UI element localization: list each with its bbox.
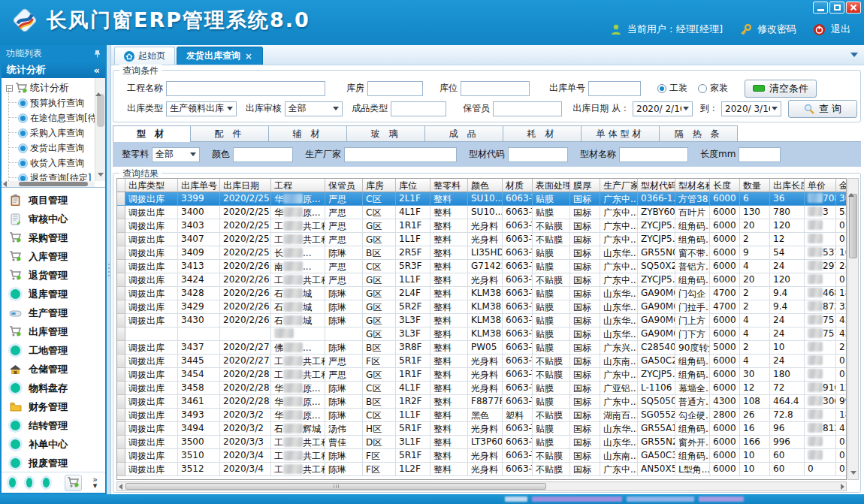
- sidebar-item-审核中心[interactable]: 审核中心: [2, 210, 105, 228]
- table-row[interactable]: G区3L3F整料KLM38176063-T5贴膜国标山东华...GA90M09.…: [117, 327, 846, 341]
- sidebar-item-财务管理[interactable]: 财务管理: [2, 397, 105, 416]
- row-header[interactable]: [117, 233, 125, 246]
- column-header[interactable]: 出库长度: [770, 179, 805, 192]
- maximize-button[interactable]: [829, 2, 844, 14]
- row-header[interactable]: [117, 327, 125, 341]
- row-header[interactable]: [117, 355, 125, 368]
- sidebar-item-工地管理[interactable]: 工地管理: [2, 341, 105, 360]
- tree-item[interactable]: 发货出库查询: [6, 140, 104, 155]
- table-row[interactable]: 调拨出库34032020/2/25工共工程严思G区1R1F整料光身料6063-T…: [117, 219, 846, 233]
- table-row[interactable]: 调拨出库34292020/2/26石城陈琳G区5R2F整料KLM38176063…: [117, 300, 846, 314]
- table-vertical-scrollbar[interactable]: [847, 178, 859, 480]
- tree-root[interactable]: − 统计分析: [6, 80, 104, 95]
- material-tab[interactable]: 辅 材: [269, 125, 347, 141]
- column-header[interactable]: 整零料: [430, 179, 468, 192]
- row-header[interactable]: [117, 260, 125, 273]
- quick-dot-button[interactable]: [26, 478, 33, 487]
- table-row[interactable]: 调拨出库35122020/3/4工共工程陈琳F区1L2F整料光身料6063-T5…: [117, 463, 846, 476]
- table-row[interactable]: 调拨出库34452020/2/27工共工程严思F区5R1F整料光身料6063-T…: [117, 355, 846, 368]
- row-header[interactable]: [117, 341, 125, 355]
- tab-close-icon[interactable]: ×: [244, 51, 253, 62]
- row-header[interactable]: [117, 192, 125, 206]
- table-horizontal-scrollbar[interactable]: [116, 481, 847, 491]
- date-to-select[interactable]: 2020/ 3/16: [721, 101, 781, 116]
- color-input[interactable]: [233, 147, 293, 162]
- quick-dot-button[interactable]: [43, 478, 50, 487]
- row-header[interactable]: [117, 246, 125, 260]
- material-tab[interactable]: 玻 璃: [347, 125, 425, 141]
- close-button[interactable]: [846, 2, 861, 14]
- table-row[interactable]: 调拨出库35102020/3/4工共工程陈琳F区5R1F整料光身料6063-T5…: [117, 449, 846, 463]
- column-header[interactable]: 膜厚: [570, 179, 600, 192]
- column-header[interactable]: 颜色: [468, 179, 503, 192]
- length-input[interactable]: [739, 147, 781, 162]
- column-header[interactable]: 库房: [363, 179, 396, 192]
- batch-select[interactable]: 全部: [152, 147, 200, 162]
- keeper-input[interactable]: [493, 101, 562, 116]
- table-row[interactable]: 调拨出库34932020/3/2华原...陈琳C区1L1F整料黑色塑料不贴膜国标…: [117, 409, 846, 422]
- factory-input[interactable]: [344, 147, 457, 162]
- table-row[interactable]: 调拨出库34942020/3/2石辉城汤伟H区5R1F整料光身料6063-T5贴…: [117, 422, 846, 436]
- table-row[interactable]: 调拨出库34302020/2/26石城陈琳G区3L3F整料KLM38176063…: [117, 314, 846, 327]
- column-header[interactable]: 长度: [710, 179, 740, 192]
- sidebar-item-生产管理[interactable]: 生产管理: [2, 303, 105, 322]
- table-row[interactable]: 调拨出库34612020/2/28华原...陈琳B区1R2F整料F8877FT6…: [117, 395, 846, 409]
- sidebar-item-补单中心[interactable]: 补单中心: [2, 435, 105, 454]
- column-header[interactable]: 出库日期: [220, 179, 271, 192]
- table-row[interactable]: 调拨出库34372020/2/27佛...陈琳B区3R8F整料PW056063-…: [117, 341, 846, 355]
- table-row[interactable]: 调拨出库34092020/2/25长...陈琳B区2R5F整料LI35HD606…: [117, 246, 846, 260]
- tree-vertical-scrollbar[interactable]: [95, 78, 105, 181]
- sidebar-item-退货管理[interactable]: 退货管理: [2, 266, 105, 285]
- tree-item[interactable]: 在途信息查询[待: [6, 110, 104, 125]
- tree-item[interactable]: 采购入库查询: [6, 125, 104, 140]
- table-row[interactable]: 调拨出库34072020/2/25工共工程严思G区1L1F整料光身料6063-T…: [117, 233, 846, 246]
- radio-home[interactable]: 家装: [698, 82, 728, 95]
- row-header[interactable]: [117, 300, 125, 314]
- minimize-button[interactable]: [813, 2, 828, 14]
- tab-home[interactable]: 起始页: [114, 47, 175, 65]
- cart-quick-button[interactable]: [65, 475, 82, 491]
- table-row[interactable]: 调拨出库34582020/2/28华原...陈琳C区4L1F整料光身料6063-…: [117, 382, 846, 395]
- sidebar-item-入库管理[interactable]: 入库管理: [2, 247, 105, 266]
- row-header[interactable]: [117, 206, 125, 219]
- row-header[interactable]: [117, 449, 125, 463]
- row-header[interactable]: [117, 395, 125, 409]
- product-type-input[interactable]: [391, 101, 446, 116]
- tree-item[interactable]: 预算执行查询: [6, 95, 104, 110]
- table-row[interactable]: 调拨出库34282020/2/26石城陈琳G区2L4F整料KLM38176063…: [117, 287, 846, 300]
- column-header[interactable]: 金: [836, 179, 847, 192]
- sidebar-item-项目管理[interactable]: 项目管理: [2, 191, 105, 210]
- row-header[interactable]: [117, 382, 125, 395]
- material-tab[interactable]: 成 品: [425, 125, 503, 141]
- column-header[interactable]: 型材代码: [638, 179, 675, 192]
- material-tab[interactable]: 型 材: [113, 125, 191, 141]
- tree-horizontal-scrollbar[interactable]: [2, 181, 95, 187]
- column-header[interactable]: 库位: [396, 179, 430, 192]
- table-row[interactable]: 调拨出库35002020/3/3工共工程曹佳D区3L1F整料LT3P606063…: [117, 436, 846, 449]
- row-header[interactable]: [117, 273, 125, 287]
- column-header[interactable]: 材质: [503, 179, 533, 192]
- row-header[interactable]: [117, 422, 125, 436]
- column-header[interactable]: 型材名称: [675, 179, 710, 192]
- material-tab[interactable]: 隔 热 条: [660, 125, 738, 141]
- sidebar-item-结转管理[interactable]: 结转管理: [2, 416, 105, 435]
- row-header[interactable]: [117, 314, 125, 327]
- audit-select[interactable]: 全部: [285, 101, 343, 116]
- sidebar-item-报废管理[interactable]: 报废管理: [2, 454, 105, 472]
- section-header-statistics[interactable]: 统计分析 «: [2, 62, 105, 78]
- profile-name-input[interactable]: [619, 147, 688, 162]
- clear-conditions-button[interactable]: 清空条件: [745, 80, 817, 98]
- date-from-select[interactable]: 2020/ 2/16: [633, 101, 693, 116]
- row-header[interactable]: [117, 409, 125, 422]
- change-password-link[interactable]: 修改密码: [757, 23, 796, 36]
- row-header[interactable]: [117, 368, 125, 382]
- table-row[interactable]: 调拨出库34002020/2/25华原...严思C区4L1F整料SU10...6…: [117, 206, 846, 219]
- tab-list-dropdown-icon[interactable]: [850, 53, 858, 57]
- column-header[interactable]: 出库单号: [178, 179, 220, 192]
- project-name-input[interactable]: [166, 81, 325, 96]
- row-header[interactable]: [117, 436, 125, 449]
- material-tab[interactable]: 配 件: [191, 125, 269, 141]
- column-header[interactable]: 出库类型: [125, 179, 178, 192]
- sidebar-item-仓储管理[interactable]: 仓储管理: [2, 360, 105, 379]
- material-tab[interactable]: 耗 材: [503, 125, 582, 141]
